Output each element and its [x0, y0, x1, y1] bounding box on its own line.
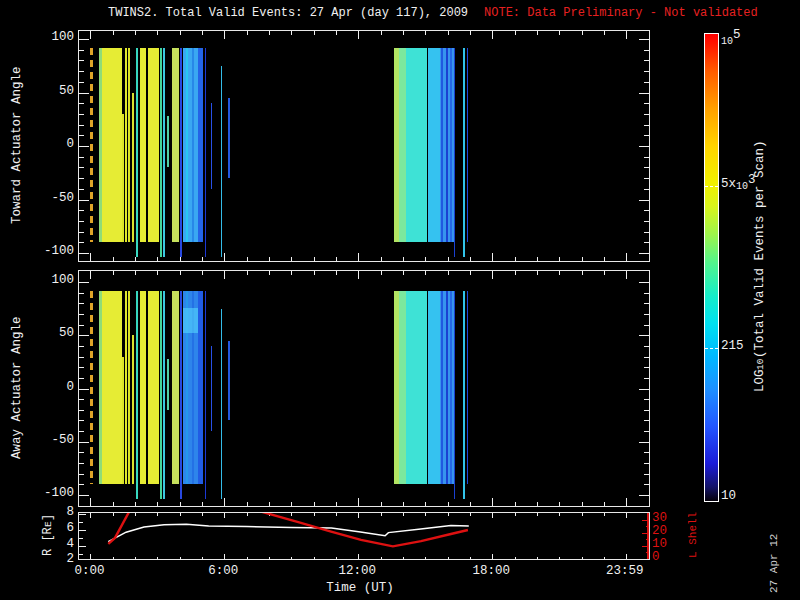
y-tick-label: 0	[36, 380, 74, 395]
x-axis-tick	[403, 502, 404, 506]
y-axis-tick	[644, 125, 649, 126]
y-axis-tick	[79, 200, 89, 201]
x-axis-tick	[448, 257, 449, 261]
spectrogram-stripe	[172, 48, 179, 243]
y-axis-tick	[79, 39, 89, 40]
spectrogram-stripe	[128, 48, 130, 243]
x-axis-tick	[269, 502, 270, 506]
x-axis-tick	[537, 502, 538, 506]
x-axis-tick	[358, 31, 359, 39]
y-axis-tick	[644, 314, 649, 315]
y-axis-tick	[639, 389, 649, 390]
x-axis-tick	[314, 502, 315, 506]
y-tick-label: -50	[36, 433, 74, 448]
x-axis-tick	[314, 271, 315, 275]
title-row: TWINS2. Total Valid Events: 27 Apr (day …	[108, 6, 758, 20]
y-axis-tick	[644, 135, 649, 136]
y-axis-tick	[79, 325, 84, 326]
spectrogram-stripe	[148, 291, 159, 485]
y-axis-tick	[644, 60, 649, 61]
x-axis-tick	[492, 31, 493, 39]
y-axis-tick	[644, 71, 649, 72]
spectrogram-stripe	[406, 48, 427, 243]
spectrogram-stripe	[446, 291, 448, 485]
y-axis-tick	[79, 242, 84, 243]
y-axis-tick	[644, 420, 649, 421]
x-axis-tick	[559, 257, 560, 261]
corner-date: 27 Apr 12	[766, 530, 782, 596]
y-axis-tick	[639, 253, 649, 254]
y-axis-tick	[644, 463, 649, 464]
y-axis-tick	[644, 474, 649, 475]
spectrogram-stripe	[399, 48, 406, 243]
x-axis-tick	[291, 502, 292, 506]
spectrogram-stripe	[102, 48, 122, 243]
y-axis-tick	[79, 463, 84, 464]
y-axis-tick	[639, 200, 649, 201]
x-axis-tick	[247, 271, 248, 275]
y-axis-tick	[644, 210, 649, 211]
x-axis-tick	[604, 257, 605, 261]
spectrogram-stripe	[167, 116, 169, 167]
x-axis-tick	[224, 31, 225, 39]
y-axis-tick	[639, 93, 649, 94]
spectrogram-stripe	[132, 335, 134, 484]
colorbar-tick-label: 105	[721, 32, 781, 47]
x-axis-tick	[515, 502, 516, 506]
x-axis-tick	[626, 31, 627, 39]
x-axis-tick	[90, 271, 91, 279]
spectrogram-stripe	[192, 48, 194, 243]
x-axis-tick	[113, 271, 114, 275]
x-axis-tick	[180, 271, 181, 275]
spectrogram-stripe	[399, 291, 406, 485]
orbit-parameters-panel	[78, 512, 650, 560]
y-axis-tick	[79, 71, 84, 72]
x-axis-tick	[247, 502, 248, 506]
y-axis-tick	[639, 146, 649, 147]
spectrogram-stripe	[428, 48, 440, 243]
lshell-axis-label: L Shell	[686, 509, 700, 561]
x-axis-tick	[626, 253, 627, 261]
x-axis-tick	[559, 271, 560, 275]
x-axis-tick	[113, 31, 114, 35]
y-axis-tick	[79, 452, 84, 453]
spectrogram-stripe	[428, 291, 440, 485]
x-axis-tick	[224, 498, 225, 506]
y-axis-tick	[79, 357, 84, 358]
x-axis-tick	[403, 271, 404, 275]
y-tick-label: 0	[36, 137, 74, 152]
spectrogram-stripe	[205, 291, 207, 500]
x-axis-tick	[492, 253, 493, 261]
y-axis-tick	[79, 431, 84, 432]
x-axis-tick	[247, 257, 248, 261]
x-axis-tick	[269, 271, 270, 275]
spectrogram-stripe	[186, 48, 188, 243]
x-axis-tick	[291, 271, 292, 275]
r-tick-label: 6	[50, 521, 74, 536]
y-axis-tick	[79, 103, 84, 104]
y-tick-label: 50	[36, 84, 74, 99]
x-axis-tick	[425, 31, 426, 35]
y-axis-tick	[644, 399, 649, 400]
spectrogram-stripe	[128, 291, 130, 485]
y-axis-tick	[79, 178, 84, 179]
x-axis-tick	[470, 257, 471, 261]
spectrogram-stripe	[160, 291, 162, 500]
x-axis-tick	[515, 257, 516, 261]
y-axis-tick	[79, 135, 84, 136]
x-axis-tick	[470, 31, 471, 35]
spectrogram-stripe	[136, 291, 138, 500]
y-axis-tick	[639, 335, 649, 336]
x-axis-tick	[515, 271, 516, 275]
x-axis-tick	[358, 271, 359, 279]
figure-title: TWINS2. Total Valid Events: 27 Apr (day …	[108, 6, 468, 20]
x-axis-tick	[202, 257, 203, 261]
y-axis-tick	[79, 484, 84, 485]
x-axis-tick	[157, 31, 158, 35]
y-axis-tick	[79, 389, 89, 390]
x-axis-tick	[381, 257, 382, 261]
r-tick-label: 4	[50, 537, 74, 552]
x-axis-tick	[448, 31, 449, 35]
x-axis-tick	[470, 502, 471, 506]
spectrogram-stripe	[180, 48, 182, 258]
